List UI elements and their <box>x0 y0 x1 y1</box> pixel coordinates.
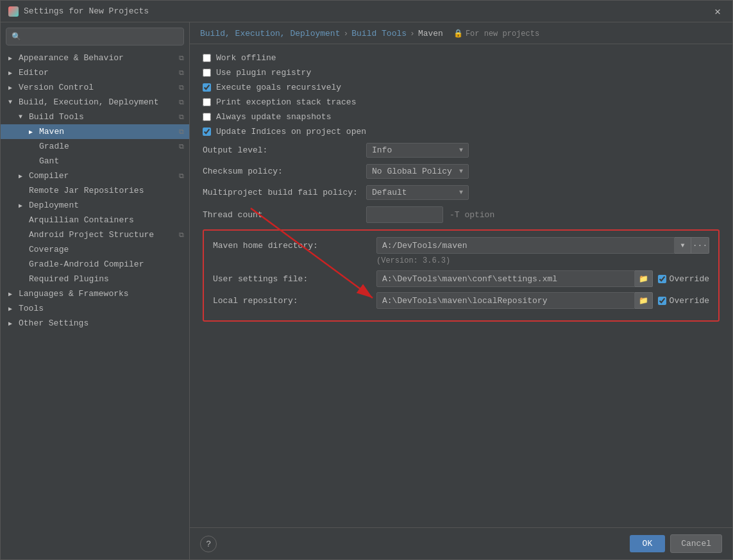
search-input[interactable] <box>25 32 178 42</box>
sidebar-label: Other Settings <box>19 318 88 328</box>
arrow-icon: ▶ <box>8 84 16 92</box>
breadcrumb: Build, Execution, Deployment › Build Too… <box>190 22 732 44</box>
sidebar-item-deployment[interactable]: ▶ Deployment <box>1 198 189 213</box>
print-exception-label: Print exception stack traces <box>216 97 356 107</box>
output-level-row: Output level: Info ▼ <box>203 143 720 158</box>
work-offline-checkbox[interactable] <box>203 54 211 62</box>
sidebar-item-arquillian[interactable]: Arquillian Containers <box>1 213 189 227</box>
maven-home-more-button[interactable]: ··· <box>691 237 709 254</box>
main-content: 🔍 ▶ Appearance & Behavior ⧉ ▶ Editor ⧉ ▶… <box>1 22 732 559</box>
sidebar: 🔍 ▶ Appearance & Behavior ⧉ ▶ Editor ⧉ ▶… <box>1 22 190 559</box>
sidebar-item-maven[interactable]: ▶ Maven ⧉ <box>1 124 189 139</box>
checksum-policy-dropdown[interactable]: No Global Policy ▼ <box>366 164 469 179</box>
local-repository-label: Local repository: <box>213 296 376 306</box>
sidebar-item-compiler[interactable]: ▶ Compiler ⧉ <box>1 169 189 183</box>
use-plugin-registry-checkbox[interactable] <box>203 69 211 77</box>
sidebar-label: Build, Execution, Deployment <box>19 97 158 107</box>
sidebar-item-android-project[interactable]: Android Project Structure ⧉ <box>1 227 189 242</box>
checkbox-execute-goals: Execute goals recursively <box>203 83 720 92</box>
maven-home-input[interactable] <box>376 237 675 254</box>
arrow-icon: ▶ <box>19 172 26 180</box>
sidebar-item-languages-frameworks[interactable]: ▶ Languages & Frameworks <box>1 286 189 301</box>
sidebar-item-other-settings[interactable]: ▶ Other Settings <box>1 316 189 331</box>
page-icon: ⧉ <box>179 143 184 151</box>
help-button[interactable]: ? <box>200 536 217 552</box>
checksum-policy-row: Checksum policy: No Global Policy ▼ <box>203 164 720 179</box>
user-settings-label: User settings file: <box>213 274 376 284</box>
execute-goals-checkbox[interactable] <box>203 83 211 92</box>
close-button[interactable]: ✕ <box>711 4 725 19</box>
lock-icon: 🔒 <box>453 29 463 38</box>
sidebar-label: Required Plugins <box>29 274 109 284</box>
arrow-icon: ▶ <box>8 320 16 327</box>
local-repo-override-label: Override <box>670 296 709 306</box>
sidebar-item-editor[interactable]: ▶ Editor ⧉ <box>1 65 189 80</box>
multiproject-policy-control: Default ▼ <box>366 185 720 200</box>
sidebar-item-coverage[interactable]: Coverage <box>1 242 189 257</box>
always-update-checkbox[interactable] <box>203 113 211 121</box>
arrow-icon: ▶ <box>19 202 26 210</box>
local-repository-input[interactable] <box>376 292 635 309</box>
sidebar-item-gradle-android[interactable]: Gradle-Android Compiler <box>1 257 189 272</box>
update-indices-label: Update Indices on project open <box>216 127 366 136</box>
arrow-icon: ▶ <box>8 305 16 313</box>
arrow-icon <box>29 143 37 150</box>
page-icon: ⧉ <box>179 128 184 136</box>
sidebar-item-version-control[interactable]: ▶ Version Control ⧉ <box>1 80 189 95</box>
sidebar-item-remote-jar[interactable]: Remote Jar Repositories <box>1 183 189 198</box>
window-title: Settings for New Projects <box>24 6 711 16</box>
maven-home-input-wrap: ▼ ··· <box>376 237 709 254</box>
use-plugin-registry-label: Use plugin registry <box>216 68 311 78</box>
update-indices-checkbox[interactable] <box>203 128 211 136</box>
output-level-value: Info <box>372 145 392 155</box>
sidebar-item-appearance[interactable]: ▶ Appearance & Behavior ⧉ <box>1 51 189 65</box>
sidebar-label: Remote Jar Repositories <box>29 186 144 195</box>
sidebar-item-build-exec-deploy[interactable]: ▼ Build, Execution, Deployment ⧉ <box>1 95 189 110</box>
page-icon: ⧉ <box>179 113 184 121</box>
user-settings-input[interactable] <box>376 270 635 287</box>
app-icon <box>8 6 19 17</box>
sidebar-label: Gradle <box>39 142 69 151</box>
t-option-label: -T option <box>450 210 494 220</box>
checksum-policy-label: Checksum policy: <box>203 167 366 176</box>
arrow-icon: ▶ <box>8 54 16 62</box>
local-repo-override-checkbox[interactable] <box>658 297 666 305</box>
breadcrumb-part2[interactable]: Build Tools <box>351 29 407 38</box>
output-level-control: Info ▼ <box>366 143 720 158</box>
maven-home-dropdown-button[interactable]: ▼ <box>675 237 691 254</box>
local-repository-override-wrap: Override <box>658 296 709 306</box>
chevron-down-icon: ▼ <box>459 189 463 196</box>
sidebar-label: Deployment <box>29 201 79 210</box>
print-exception-checkbox[interactable] <box>203 98 211 106</box>
badge-text: For new projects <box>466 29 539 38</box>
sidebar-label: Languages & Frameworks <box>19 289 129 299</box>
sidebar-item-required-plugins[interactable]: Required Plugins <box>1 272 189 286</box>
user-settings-browse-button[interactable]: 📁 <box>635 270 653 287</box>
search-box[interactable]: 🔍 <box>6 28 184 45</box>
sidebar-item-build-tools[interactable]: ▼ Build Tools ⧉ <box>1 110 189 124</box>
checksum-policy-value: No Global Policy <box>372 167 452 176</box>
multiproject-policy-row: Multiproject build fail policy: Default … <box>203 185 720 200</box>
arrow-icon <box>19 231 26 238</box>
sidebar-item-gant[interactable]: Gant <box>1 154 189 169</box>
local-repository-browse-button[interactable]: 📁 <box>635 292 653 309</box>
sidebar-item-gradle[interactable]: Gradle ⧉ <box>1 139 189 154</box>
arrow-icon <box>19 187 26 194</box>
local-repository-input-wrap: 📁 <box>376 292 653 309</box>
work-offline-label: Work offline <box>216 53 276 63</box>
thread-count-input[interactable] <box>366 206 443 223</box>
output-level-dropdown[interactable]: Info ▼ <box>366 143 469 158</box>
user-settings-override-checkbox[interactable] <box>658 275 666 283</box>
checkbox-always-update: Always update snapshots <box>203 112 720 122</box>
sidebar-label: Android Project Structure <box>29 230 154 240</box>
sidebar-item-tools[interactable]: ▶ Tools <box>1 301 189 316</box>
cancel-button[interactable]: Cancel <box>670 534 722 553</box>
output-level-label: Output level: <box>203 145 366 155</box>
multiproject-policy-dropdown[interactable]: Default ▼ <box>366 185 469 200</box>
ok-button[interactable]: OK <box>630 535 666 552</box>
breadcrumb-part1[interactable]: Build, Execution, Deployment <box>200 29 340 38</box>
thread-count-label: Thread count <box>203 210 366 220</box>
always-update-label: Always update snapshots <box>216 112 331 122</box>
arrow-icon: ▶ <box>8 69 16 77</box>
sidebar-label: Arquillian Containers <box>29 215 134 225</box>
